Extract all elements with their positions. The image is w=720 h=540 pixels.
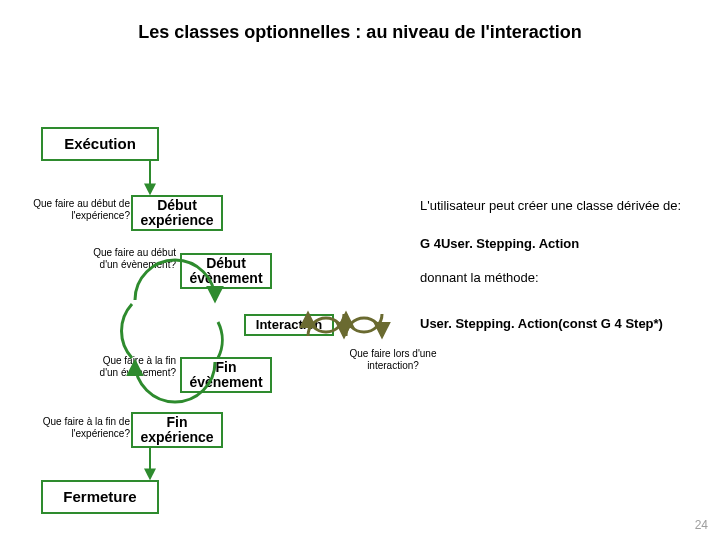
box-debut-evenement: Début évènement xyxy=(180,253,272,289)
q-interaction: Que faire lors d'une interaction? xyxy=(338,348,448,371)
q-debut-experience: Que faire au début de l'expérience? xyxy=(12,198,130,221)
box-interaction: Interaction xyxy=(244,314,334,336)
side-line1: L'utilisateur peut créer une classe déri… xyxy=(420,198,710,215)
q-fin-experience: Que faire à la fin de l'expérience? xyxy=(12,416,130,439)
side-line2: donnant la méthode: xyxy=(420,270,710,287)
q-debut-evenement: Que faire au début d'un évènement? xyxy=(92,247,176,270)
box-fin-experience: Fin expérience xyxy=(131,412,223,448)
side-method: User. Stepping. Action(const G 4 Step*) xyxy=(420,316,710,333)
page-title: Les classes optionnelles : au niveau de … xyxy=(0,22,720,43)
box-execution: Exécution xyxy=(41,127,159,161)
q-fin-evenement: Que faire à la fin d'un évènement? xyxy=(92,355,176,378)
page-number: 24 xyxy=(695,518,708,532)
box-debut-experience: Début expérience xyxy=(131,195,223,231)
box-fermeture: Fermeture xyxy=(41,480,159,514)
box-fin-evenement: Fin évènement xyxy=(180,357,272,393)
side-class-name: G 4User. Stepping. Action xyxy=(420,236,710,253)
